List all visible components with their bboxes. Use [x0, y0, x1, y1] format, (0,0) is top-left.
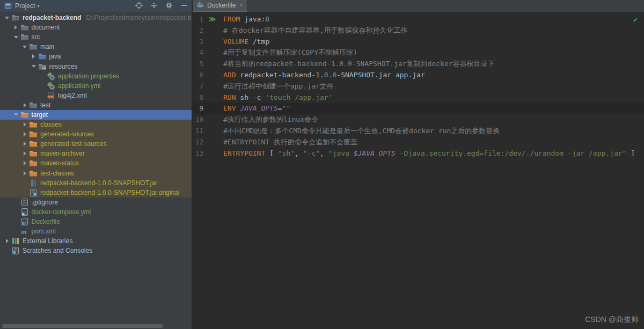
chevron-down-icon[interactable] — [30, 65, 38, 68]
code-line-1[interactable]: 1≫FROM java:8 — [193, 14, 644, 25]
tree-item-test-classes[interactable]: test-classes — [0, 169, 192, 178]
project-tool-icon — [3, 2, 12, 10]
tree-item-label: generated-sources — [40, 130, 94, 138]
tree-item-main[interactable]: main — [0, 42, 192, 52]
code-line-5[interactable]: 5#将当前的redpacket-backend-1.0.0-SNAPSHOT.j… — [193, 59, 644, 70]
code-text: #运行过程中创建一个app.jar文件 — [223, 81, 334, 92]
code-text: ADD redpacket-backend-1.0.0-SNAPSHOT.jar… — [223, 70, 425, 81]
tree-item-test[interactable]: test — [0, 100, 192, 110]
hide-icon[interactable] — [179, 1, 188, 10]
tree-item-resources[interactable]: resources — [0, 61, 192, 71]
tree-item-log4j2-xml[interactable]: log4j2.xml — [0, 91, 192, 100]
folder-blue-icon — [38, 52, 47, 61]
tree-item-redpacket-backend[interactable]: redpacket-backendD:\Project\redmoneyrain… — [0, 13, 192, 23]
tab-label: Dockerfile — [207, 2, 236, 9]
chevron-right-icon[interactable] — [20, 132, 29, 136]
code-text: #用于复制文件并解压缩(COPY不能解压缩) — [223, 47, 357, 59]
close-icon[interactable]: × — [239, 2, 243, 9]
chevron-right-icon[interactable] — [20, 151, 29, 156]
code-text: #ENTRYPOINT 执行的命令会追加不会覆盖 — [223, 137, 357, 148]
chevron-down-icon[interactable] — [20, 46, 29, 48]
file-unknown-icon: ? — [29, 188, 38, 197]
chevron-down-icon[interactable] — [12, 36, 20, 39]
project-panel-title[interactable]: Project — [15, 2, 35, 10]
horizontal-scrollbar[interactable] — [2, 324, 163, 328]
code-line-8[interactable]: 8RUN sh -c 'touch /app.jar' — [193, 92, 644, 104]
tree-item-label: test-classes — [40, 170, 74, 177]
folder-icon — [20, 23, 29, 32]
code-line-12[interactable]: 12#ENTRYPOINT 执行的命令会追加不会覆盖 — [193, 137, 644, 148]
tree-item-label: java — [49, 53, 61, 60]
code-line-3[interactable]: 3VOLUME /tmp — [193, 36, 644, 48]
locate-icon[interactable] — [134, 1, 143, 10]
line-number: 10 — [193, 114, 203, 126]
line-number: 13 — [193, 148, 203, 159]
settings-icon[interactable] — [164, 1, 173, 10]
code-line-10[interactable]: 10#执行传入的参数的linux命令 — [193, 114, 644, 126]
chevron-right-icon[interactable] — [20, 161, 29, 165]
tree-item-target[interactable]: target — [0, 110, 192, 120]
folder-icon — [29, 42, 38, 51]
code-line-9[interactable]: 9ENV JAVA_OPTS="" — [193, 103, 644, 114]
folder-excluded-icon — [29, 149, 38, 158]
tree-item-maven-archiver[interactable]: maven-archiver — [0, 149, 192, 158]
chevron-right-icon[interactable] — [20, 171, 29, 176]
code-editor[interactable]: ✔ 1≫FROM java:82# 在docker容器中自建容器卷,用于数据保存… — [193, 12, 644, 329]
folder-excluded-icon — [29, 130, 38, 138]
chevron-right-icon[interactable] — [12, 25, 20, 30]
code-line-11[interactable]: 11#不同CMD的是：多个CMD命令只能是最后一个生效,CMD会被docker … — [193, 126, 644, 137]
tree-item-src[interactable]: src — [0, 32, 192, 42]
tree-item-docker-compose-yml[interactable]: docker-compose.yml — [0, 207, 192, 217]
inspection-ok-icon[interactable]: ✔ — [633, 14, 638, 26]
code-line-2[interactable]: 2# 在docker容器中自建容器卷,用于数据保存和持久化工作 — [193, 25, 644, 36]
code-text: RUN sh -c 'touch /app.jar' — [223, 92, 333, 104]
code-line-13[interactable]: 13ENTRYPOINT [ "sh", "-c", "java $JAVA_O… — [193, 148, 644, 159]
tree-item-pom-xml[interactable]: mpom.xml — [0, 226, 192, 236]
gutter: 13 — [193, 148, 223, 159]
svg-text:m: m — [21, 228, 26, 236]
tree-item-application-properties[interactable]: application.properties — [0, 71, 192, 81]
tree-item-generated-sources[interactable]: generated-sources — [0, 129, 192, 139]
chevron-right-icon[interactable] — [3, 239, 11, 243]
tree-item-classes[interactable]: classes — [0, 120, 192, 129]
tree-item-dockerfile[interactable]: Dockerfile — [0, 217, 192, 226]
code-line-4[interactable]: 4#用于复制文件并解压缩(COPY不能解压缩) — [193, 47, 644, 59]
libraries-icon — [11, 237, 20, 245]
chevron-down-icon[interactable] — [12, 113, 20, 116]
chevron-right-icon[interactable] — [20, 142, 29, 146]
chevron-right-icon[interactable] — [20, 122, 29, 127]
chevron-right-icon[interactable] — [20, 103, 29, 107]
tree-item-redpacket-backend-1-0-0-snapshot-jar[interactable]: redpacket-backend-1.0.0-SNAPSHOT.jar — [0, 178, 192, 188]
code-line-7[interactable]: 7#运行过程中创建一个app.jar文件 — [193, 81, 644, 92]
editor-area: Dockerfile × ✔ 1≫FROM java:82# 在docker容器… — [193, 0, 644, 329]
tree-item-maven-status[interactable]: maven-status — [0, 158, 192, 168]
line-number: 11 — [193, 126, 203, 137]
collapse-all-icon[interactable] — [149, 1, 158, 10]
tree-item-external-libraries[interactable]: External Libraries — [0, 236, 192, 246]
tree-item-application-yml[interactable]: application.yml — [0, 81, 192, 91]
gutter: 8 — [193, 92, 223, 104]
tree-item-gitignore[interactable]: .gitignore — [0, 198, 192, 207]
tab-dockerfile[interactable]: Dockerfile × — [193, 0, 247, 12]
run-icon[interactable]: ≫ — [206, 14, 218, 25]
project-folder-icon — [11, 13, 20, 22]
tree-item-generated-test-sources[interactable]: generated-test-sources — [0, 139, 192, 149]
tree-item-label: main — [40, 43, 54, 50]
editor-tab-bar: Dockerfile × — [193, 0, 644, 12]
tree-item-redpacket-backend-1-0-0-snapshot-jar-original[interactable]: ?redpacket-backend-1.0.0-SNAPSHOT.jar.or… — [0, 188, 192, 198]
chevron-right-icon[interactable] — [30, 54, 38, 59]
code-line-6[interactable]: 6ADD redpacket-backend-1.0.0-SNAPSHOT.ja… — [193, 70, 644, 81]
tree-item-label: pom.xml — [32, 228, 56, 235]
maven-icon: m — [20, 227, 29, 236]
chevron-down-icon[interactable] — [3, 17, 11, 19]
tree-item-scratches-and-consoles[interactable]: Scratches and Consoles — [0, 246, 192, 255]
line-number: 5 — [193, 59, 203, 70]
gutter: 7 — [193, 81, 223, 92]
tree-item-label: maven-status — [40, 159, 79, 167]
chevron-down-icon[interactable]: ▾ — [37, 3, 40, 9]
tree-item-java[interactable]: java — [0, 52, 192, 61]
tree-item-label: External Libraries — [23, 237, 72, 245]
tree-item-document[interactable]: document — [0, 23, 192, 32]
tree-item-label: maven-archiver — [40, 150, 85, 157]
docker-file-icon — [20, 208, 29, 216]
